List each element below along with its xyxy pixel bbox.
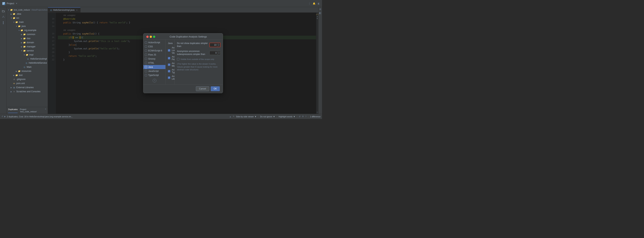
gitignore-icon: ⊘ <box>12 78 16 81</box>
right-panel-layers-icon[interactable]: ◧ <box>319 12 322 15</box>
subexpr-spinner[interactable]: 0 ▲ ▼ <box>210 51 220 55</box>
duplicates-tab[interactable]: Duplicates <box>8 108 18 113</box>
tree-item-root[interactable]: ▼ 📁 test_code_reduce ~/IdeaProjects/test… <box>7 8 48 12</box>
status-refresh-icon[interactable]: ↺ <box>2 115 3 118</box>
cancel-button[interactable]: Cancel <box>196 86 209 91</box>
tree-item-src[interactable]: ▼ 📁 src <box>7 16 48 20</box>
tree-arrow-service: ▼ <box>20 50 23 52</box>
bell-icon[interactable]: 🔔 <box>313 2 316 5</box>
project-title: Project <box>7 2 14 5</box>
sidebar-ECMAScript6[interactable]: ECMAScript 6 <box>144 49 166 53</box>
threshold-up-btn[interactable]: ▲ <box>218 43 220 45</box>
sidebar-FlowJS[interactable]: Flow JS <box>144 53 166 57</box>
tree-arrow-java: ▼ <box>15 25 18 27</box>
tl-green[interactable] <box>153 36 155 38</box>
tree-item-pom[interactable]: m pom.xml <box>7 81 48 85</box>
tree-label-service: service <box>27 49 34 52</box>
ok-button[interactable]: OK <box>211 86 220 91</box>
project-panel: ▼ 📁 test_code_reduce ~/IdeaProjects/test… <box>7 7 48 114</box>
menu-icon[interactable]: ⋮ <box>308 2 310 5</box>
sidebar-CSS[interactable]: CSS <box>144 45 166 49</box>
tree-item-HelloWorldService[interactable]: ◎ HelloWorldService <box>7 61 48 65</box>
ignore-label: Do not ignore <box>260 115 272 118</box>
checkbox-anon-local-vars[interactable]: ✓ Anonymize Local Variables <box>168 46 172 54</box>
checkbox-anon-literals[interactable]: ✓ Anonymize Literals <box>168 75 172 80</box>
viewer-selector[interactable]: Side-by-side viewer ▼ <box>236 115 256 118</box>
folder-view-icon[interactable] <box>1 9 6 14</box>
checkbox-anon-fields[interactable]: ✓ Anonymize Fields <box>168 56 172 61</box>
tree-item-dao[interactable]: ▶ 📁 dao <box>7 36 48 41</box>
more-icon[interactable]: ••• <box>2 21 5 24</box>
sidebar-ActionScript[interactable]: ActionScript <box>144 41 166 45</box>
status-settings-icon[interactable]: ⚙ <box>302 115 304 118</box>
threshold-spinner[interactable]: 10 ▲ ▼ <box>210 43 220 47</box>
tree-arrow-external-libs: ▶ <box>10 87 12 89</box>
cb-box-anon-fields[interactable]: ✓ <box>168 57 170 59</box>
tree-item-resources[interactable]: ▶ 📁 resources <box>7 69 48 73</box>
edit-icon[interactable]: ✎ <box>233 115 234 118</box>
sidebar-Groovy[interactable]: Groovy <box>144 57 166 61</box>
tree-item-external-libs[interactable]: ▶ 🗂 External Libraries <box>7 85 48 90</box>
structure-icon[interactable] <box>1 15 6 20</box>
tree-label-pom: pom.xml <box>16 82 25 85</box>
threshold-down-btn[interactable]: ▼ <box>218 45 220 47</box>
right-panel-settings-icon[interactable]: ⚙ <box>319 8 322 11</box>
tree-item-main[interactable]: ▼ 📁 main <box>7 20 48 24</box>
sidebar-JavaScript[interactable]: JavaScript <box>144 69 166 73</box>
tl-yellow[interactable] <box>150 36 152 38</box>
tree-item-test[interactable]: ▶ 📁 test <box>7 73 48 77</box>
subexpr-down-btn[interactable]: ▼ <box>218 53 220 55</box>
scroll-up-icon[interactable]: ▲ <box>229 115 231 118</box>
tree-item-domain[interactable]: ▶ 📁 domain <box>7 41 48 45</box>
tree-item-service[interactable]: ▼ 📁 service <box>7 49 48 53</box>
tree-label-dao: dao <box>27 37 30 40</box>
title-bar-left: Project ▼ <box>2 2 18 5</box>
tree-item-java[interactable]: ▼ 📁 java <box>7 24 48 28</box>
tree-arrow-main: ▼ <box>12 21 15 23</box>
folder-icon-dao: 📁 <box>23 37 26 40</box>
cb-box-disabled[interactable] <box>177 58 179 60</box>
tree-item-idea[interactable]: ▶ 📁 .idea <box>7 12 48 16</box>
tree-item-scratches[interactable]: ▶ ≡ Scratches and Consoles <box>7 90 48 94</box>
ignore-selector[interactable]: Do not ignore ▼ <box>260 115 275 118</box>
dialog-settings: Do not show duplicates simpler than 10 ▲… <box>174 40 223 84</box>
tree-item-org-example[interactable]: ▼ 📁 org.example <box>7 28 48 32</box>
tree-item-Main[interactable]: ◎ Main <box>7 65 48 69</box>
subexpr-up-btn[interactable]: ▲ <box>218 51 220 53</box>
tree-item-common[interactable]: ▶ 📁 common <box>7 32 48 36</box>
sidebar-Java[interactable]: Java <box>144 65 166 69</box>
checkbox-anon-methods[interactable]: ✓ Anonymize Methods <box>168 62 172 67</box>
help-button[interactable]: ? <box>153 79 156 82</box>
cb-box-anon-local-vars[interactable]: ✓ <box>168 49 170 52</box>
tree-item-impl[interactable]: ▼ 📁 impl <box>7 53 48 57</box>
cb-HTML <box>145 62 147 64</box>
sidebar-TypeScript[interactable]: TypeScript <box>144 73 166 77</box>
setting-note: (The higher the value is the slower it w… <box>177 63 220 71</box>
cb-CSS <box>145 46 147 48</box>
tree-label-Main: Main <box>27 66 32 68</box>
folder-icon-main: 📁 <box>15 21 18 24</box>
layers-icon[interactable]: ◧ <box>318 2 320 5</box>
subexpr-setting: Anonymize uncommon subexpressions simple… <box>177 50 220 56</box>
tree-arrow-impl: ▼ <box>23 54 26 56</box>
tab-close-btn[interactable]: × <box>76 9 78 11</box>
project-tab[interactable]: Project 'test_code_reduce' <box>20 108 43 113</box>
close-panel-btn[interactable]: × <box>45 108 46 113</box>
folder-icon-java: 📁 <box>18 25 21 28</box>
editor-tab-HelloServiceImpl[interactable]: ◎ HelloServiceImpl.java × <box>48 7 80 13</box>
cb-box-anon-literals[interactable]: ✓ <box>168 77 170 79</box>
cb-box-anon-types[interactable]: ✓ <box>168 70 170 72</box>
status-help-icon[interactable]: ? <box>305 115 306 118</box>
status-right: ▲ ✎ Side-by-side viewer ▼ | Do not ignor… <box>229 115 320 118</box>
highlight-selector[interactable]: Highlight words ▼ <box>278 115 295 118</box>
cb-box-anon-methods[interactable]: ✓ <box>168 64 170 66</box>
tree-item-manager[interactable]: ▶ 📁 manager <box>7 45 48 49</box>
sidebar-HTML[interactable]: HTML <box>144 61 166 65</box>
tree-item-HelloServiceImpl[interactable]: ◎ HelloServiceImpl <box>7 57 48 61</box>
tree-item-gitignore[interactable]: ⊘ .gitignore <box>7 77 48 81</box>
exchange-icon[interactable]: ⇄ <box>299 115 300 118</box>
checkbox-anon-types[interactable]: ✓ Anonymize Types <box>168 69 172 74</box>
tl-red[interactable] <box>146 36 148 38</box>
tree-label-test: test <box>19 74 22 77</box>
folder-icon-external-libs: 🗂 <box>12 86 16 89</box>
